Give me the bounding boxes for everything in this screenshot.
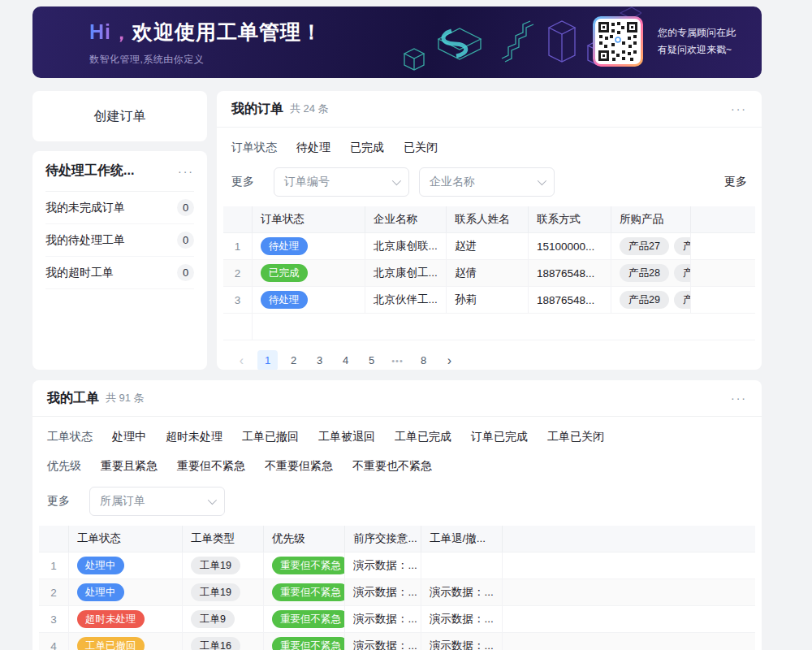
qr-code-inner — [595, 19, 641, 64]
stat-count-badge: 0 — [177, 264, 194, 281]
stat-label: 我的超时工单 — [45, 266, 114, 280]
chevron-down-icon — [538, 176, 546, 185]
orders-table-header: 订单状态 企业名称 联系人姓名 联系方式 所购产品 — [223, 206, 755, 233]
row-index: 1 — [223, 233, 253, 259]
handover-cell: 演示数据：... — [345, 552, 421, 578]
more-icon[interactable]: ··· — [178, 166, 194, 177]
col-priority: 优先级 — [264, 526, 345, 552]
col-ticket-type: 工单类型 — [183, 526, 264, 552]
priority-cell: 重要但不紧急 — [264, 552, 345, 578]
table-row[interactable]: 1 待处理 北京康创联... 赵进 15100000... 产品27 产品 — [223, 233, 755, 260]
col-contact-name: 联系人姓名 — [447, 206, 529, 232]
parent-order-select[interactable]: 所属订单 — [89, 487, 225, 516]
filter-option-ticket-closed[interactable]: 工单已关闭 — [547, 430, 604, 444]
more-icon[interactable]: ··· — [731, 103, 747, 115]
banner-text: Hi，欢迎使用工单管理！ 数智化管理,系统由你定义 — [32, 19, 322, 67]
tickets-panel-title: 我的工单 — [47, 390, 99, 407]
pagination-page-5[interactable]: 5 — [361, 350, 382, 370]
pagination-page-8[interactable]: 8 — [413, 350, 434, 370]
filter-option-withdrawn[interactable]: 工单已撤回 — [242, 430, 299, 444]
col-products: 所购产品 — [611, 206, 691, 232]
banner-subtitle: 数智化管理,系统由你定义 — [89, 53, 322, 67]
tickets-count: 共 91 条 — [106, 391, 145, 405]
filter-option-processing[interactable]: 处理中 — [112, 430, 146, 444]
product-pill: 产品 — [674, 291, 691, 309]
status-badge: 已完成 — [261, 264, 308, 282]
filter-option-important-urgent[interactable]: 重要且紧急 — [101, 459, 158, 474]
col-ticket-status: 工单状态 — [69, 526, 183, 552]
filter-option-closed[interactable]: 已关闭 — [404, 141, 438, 155]
pagination-page-2[interactable]: 2 — [283, 350, 304, 370]
pagination-prev-icon[interactable]: ‹ — [231, 350, 252, 370]
create-order-button[interactable]: 创建订单 — [32, 91, 207, 141]
empty-table-row — [223, 314, 755, 340]
my-tickets-panel: 我的工单 共 91 条 ··· 工单状态 处理中 超时未处理 工单已撤回 工单被… — [32, 380, 762, 650]
chevron-down-icon — [208, 496, 217, 505]
table-row[interactable]: 3 待处理 北京伙伴工... 孙莉 18876548... 产品29 产品 — [223, 287, 755, 314]
qr-code — [593, 16, 643, 67]
pagination-page-3[interactable]: 3 — [309, 350, 330, 370]
table-row[interactable]: 2 处理中 工单19 重要但不紧急 演示数据：... 演示数据：... — [39, 579, 755, 606]
banner-title-highlight: Hi， — [89, 20, 132, 43]
banner-title: Hi，欢迎使用工单管理！ — [89, 19, 322, 46]
filter-option-not-important-urgent[interactable]: 不重要但紧急 — [265, 459, 333, 474]
pagination-page-4[interactable]: 4 — [335, 350, 356, 370]
filter-option-overdue[interactable]: 超时未处理 — [166, 430, 222, 444]
orders-more-link[interactable]: 更多 — [724, 175, 747, 189]
type-cell: 工单19 — [183, 552, 264, 578]
phone-cell: 15100000... — [529, 233, 611, 259]
status-badge: 处理中 — [77, 557, 124, 574]
priority-cell: 重要但不紧急 — [264, 606, 345, 632]
withdraw-cell: 演示数据：... — [421, 579, 503, 605]
tickets-table: 工单状态 工单类型 优先级 前序交接意... 工单退/撤... 1 处理中 工单… — [39, 526, 755, 650]
filter-option-returned[interactable]: 工单被退回 — [318, 430, 375, 444]
col-order-status: 订单状态 — [253, 206, 365, 232]
table-row[interactable]: 2 已完成 北京康创工... 赵倩 18876548... 产品28 产品 — [223, 260, 755, 287]
stat-item-unfinished-orders[interactable]: 我的未完成订单 0 — [45, 192, 194, 224]
status-badge: 处理中 — [77, 583, 124, 601]
orders-count: 共 24 条 — [290, 102, 329, 116]
orders-pagination: ‹ 1 2 3 4 5 ••• 8 › — [217, 340, 762, 370]
handover-cell: 演示数据：... — [345, 633, 421, 650]
stats-card-title: 待处理工作统... — [45, 162, 134, 180]
company-name-select[interactable]: 企业名称 — [419, 167, 555, 197]
products-cell: 产品29 产品 — [611, 287, 691, 313]
status-cell: 处理中 — [69, 552, 183, 578]
stat-item-overdue-tickets[interactable]: 我的超时工单 0 — [45, 257, 194, 289]
priority-badge: 重要但不紧急 — [272, 557, 345, 574]
pagination-page-1[interactable]: 1 — [257, 350, 278, 370]
row-index: 3 — [39, 606, 69, 632]
status-cell: 待处理 — [253, 287, 365, 313]
filter-option-not-important-not-urgent[interactable]: 不重要也不紧急 — [352, 459, 432, 474]
stat-label: 我的待处理工单 — [45, 233, 125, 248]
type-cell: 工单19 — [183, 579, 264, 605]
filter-option-order-done[interactable]: 订单已完成 — [471, 430, 528, 444]
filter-option-ticket-done[interactable]: 工单已完成 — [395, 430, 451, 444]
pagination-ellipsis[interactable]: ••• — [387, 350, 408, 370]
priority-badge: 重要但不紧急 — [272, 610, 345, 628]
withdraw-cell: 演示数据：... — [421, 633, 503, 650]
table-row[interactable]: 1 处理中 工单19 重要但不紧急 演示数据：... — [39, 552, 755, 579]
stat-item-pending-tickets[interactable]: 我的待处理工单 0 — [45, 224, 194, 257]
row-index: 2 — [39, 579, 69, 605]
more-icon[interactable]: ··· — [731, 392, 747, 404]
filter-option-pending[interactable]: 待处理 — [296, 141, 330, 155]
sidebar: 创建订单 待处理工作统... ··· 我的未完成订单 0 我的待处理工单 0 我… — [32, 91, 207, 370]
filter-option-completed[interactable]: 已完成 — [350, 141, 384, 155]
products-cell: 产品27 产品 — [611, 233, 691, 259]
company-cell: 北京康创联... — [365, 233, 447, 259]
table-row[interactable]: 3 超时未处理 工单9 重要但不紧急 演示数据：... 演示数据：... — [39, 606, 755, 633]
withdraw-cell: 演示数据：... — [421, 606, 503, 632]
status-cell: 已完成 — [253, 260, 365, 286]
pagination-next-icon[interactable]: › — [439, 350, 460, 370]
pending-work-stats-card: 待处理工作统... ··· 我的未完成订单 0 我的待处理工单 0 我的超时工单… — [32, 151, 207, 370]
filter-option-important-not-urgent[interactable]: 重要但不紧急 — [177, 459, 245, 474]
order-number-select[interactable]: 订单编号 — [274, 167, 409, 197]
ticket-status-filter-label: 工单状态 — [47, 430, 93, 444]
tickets-table-header: 工单状态 工单类型 优先级 前序交接意... 工单退/撤... — [39, 526, 755, 552]
table-row[interactable]: 4 工单已撤回 工单16 重要但不紧急 演示数据：... 演示数据：... — [39, 633, 755, 650]
row-index: 1 — [39, 552, 69, 578]
more-filter-label: 更多 — [231, 175, 254, 189]
parent-order-placeholder: 所属订单 — [100, 494, 145, 509]
welcome-banner: Hi，欢迎使用工单管理！ 数智化管理,系统由你定义 — [32, 6, 762, 78]
